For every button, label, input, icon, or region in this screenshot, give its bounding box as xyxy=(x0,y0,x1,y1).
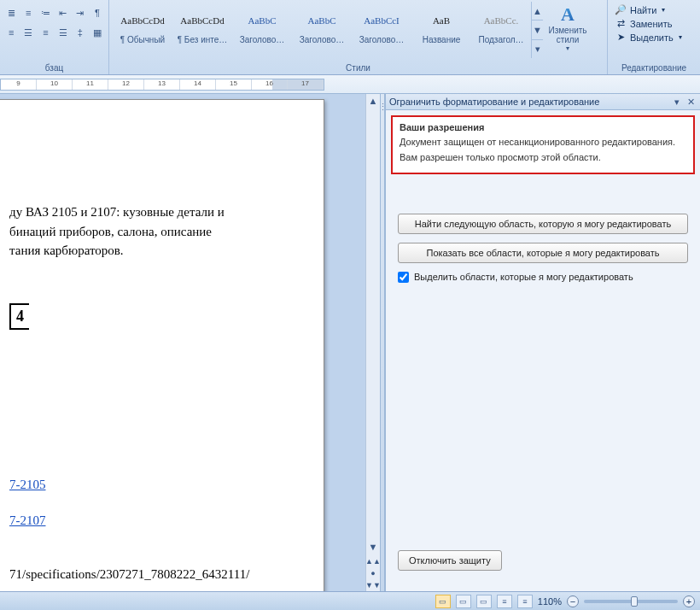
permissions-line1: Документ защищен от несанкционированного… xyxy=(400,136,686,148)
workspace: ду ВАЗ 2105 и 2107: кузовные детали и би… xyxy=(0,94,700,591)
indent-dec-icon[interactable]: ⇤ xyxy=(55,4,71,21)
view-draft-icon[interactable]: ≡ xyxy=(517,595,533,608)
doc-line-3: тания карбюраторов. xyxy=(9,241,298,261)
style-name: Заголово… xyxy=(295,35,349,44)
status-bar: ▭ ▭ ▭ ≡ ≡ 110% − + xyxy=(0,591,700,610)
style-name: Заголово… xyxy=(354,35,409,44)
highlight-regions-checkbox[interactable]: Выделить области, которые я могу редакти… xyxy=(398,272,688,283)
view-print-layout-icon[interactable]: ▭ xyxy=(435,595,451,608)
style-sample: AaBbCcDd xyxy=(115,6,170,35)
gallery-up-icon[interactable]: ▲ xyxy=(532,2,543,21)
justify-icon[interactable]: ☰ xyxy=(55,24,71,41)
pane-body: Найти следующую область, которую я могу … xyxy=(386,179,700,542)
paragraph-row2: ≡ ☰ ≡ ☰ ‡ ▦ xyxy=(3,21,105,41)
find-label: Найти xyxy=(630,5,656,15)
numbering-icon[interactable]: ≡ xyxy=(20,4,36,21)
view-web-icon[interactable]: ▭ xyxy=(476,595,492,608)
group-paragraph: ≣ ≡ ≔ ⇤ ⇥ ¶ ≡ ☰ ≡ ☰ ‡ ▦ бзац xyxy=(0,0,109,74)
bullets-icon[interactable]: ≣ xyxy=(3,4,19,21)
pane-bottom: Отключить защиту xyxy=(386,542,700,591)
style-gallery[interactable]: AaBbCcDd¶ ОбычныйAaBbCcDd¶ Без инте…AaBb… xyxy=(113,2,531,58)
show-marks-icon[interactable]: ¶ xyxy=(90,4,105,21)
group-label-editing: Редактирование xyxy=(611,63,697,74)
find-next-region-button[interactable]: Найти следующую область, которую я могу … xyxy=(398,214,688,234)
binoculars-icon: 🔎 xyxy=(615,4,627,15)
permissions-line2: Вам разрешен только просмотр этой област… xyxy=(400,151,686,163)
document-viewport[interactable]: ду ВАЗ 2105 и 2107: кузовные детали и би… xyxy=(0,94,365,591)
show-all-regions-button[interactable]: Показать все области, которые я могу ред… xyxy=(398,243,688,263)
style-sample: AaBbCcI xyxy=(354,6,409,35)
style-sample: AaB xyxy=(414,6,469,35)
ribbon: ≣ ≡ ≔ ⇤ ⇥ ¶ ≡ ☰ ≡ ☰ ‡ ▦ бзац AaBbCcDd¶ О… xyxy=(0,0,700,75)
browse-object-icon[interactable]: ● xyxy=(366,567,380,579)
grip-icon: ⋮ xyxy=(381,99,384,114)
style-name: Название xyxy=(414,35,469,44)
style-name: Подзагол… xyxy=(474,35,528,44)
highlight-regions-input[interactable] xyxy=(398,272,409,283)
group-editing: 🔎 Найти ▾ ⇄ Заменить ➤ Выделить ▾ Редакт… xyxy=(608,0,700,74)
permissions-heading: Ваши разрешения xyxy=(400,122,686,132)
zoom-in-icon[interactable]: + xyxy=(683,595,695,607)
align-center-icon[interactable]: ☰ xyxy=(20,24,36,41)
stop-protection-button[interactable]: Отключить защиту xyxy=(398,550,502,571)
vertical-scrollbar[interactable]: ▲ ▼ ▲▲ ● ▼▼ xyxy=(365,94,380,591)
pane-close-icon[interactable]: ✕ xyxy=(685,96,697,108)
prev-page-icon[interactable]: ▲▲ xyxy=(366,555,380,567)
shading-icon[interactable]: ▦ xyxy=(90,24,105,41)
doc-url-line: 71/specifications/2307271_7808222_643211… xyxy=(9,565,298,584)
zoom-value[interactable]: 110% xyxy=(538,596,562,607)
ruler-tick: 9 xyxy=(1,79,37,90)
ruler-tick: 17 xyxy=(288,79,324,90)
ruler-tick: 11 xyxy=(73,79,108,90)
restrict-editing-pane: Ограничить форматирование и редактирован… xyxy=(385,94,700,591)
pane-header: Ограничить форматирование и редактирован… xyxy=(386,94,700,110)
style-item[interactable]: AaBbCc.Подзагол… xyxy=(471,2,531,58)
style-item[interactable]: AaBbCЗаголово… xyxy=(292,2,352,58)
pane-title: Ограничить форматирование и редактирован… xyxy=(389,97,599,107)
splitter[interactable]: ⋮ xyxy=(380,94,385,591)
pane-menu-icon[interactable]: ▾ xyxy=(671,96,683,108)
document-page: ду ВАЗ 2105 и 2107: кузовные детали и би… xyxy=(0,99,324,591)
align-left-icon[interactable]: ≡ xyxy=(3,24,19,41)
zoom-out-icon[interactable]: − xyxy=(567,595,579,607)
gallery-more-icon[interactable]: ▾ xyxy=(532,40,543,58)
style-sample: AaBbCc. xyxy=(474,6,528,35)
style-item[interactable]: AaBbCcDd¶ Без инте… xyxy=(172,2,232,58)
doc-link-1[interactable]: 7-2105 xyxy=(9,478,46,491)
replace-icon: ⇄ xyxy=(615,18,627,29)
ruler-tick: 16 xyxy=(252,79,288,90)
ruler-bar: 91011121314151617 xyxy=(0,75,700,94)
paragraph-row1: ≣ ≡ ≔ ⇤ ⇥ ¶ xyxy=(3,2,105,21)
ruler-tick: 13 xyxy=(144,79,180,90)
style-sample: AaBbCcDd xyxy=(175,6,230,35)
doc-line-1: ду ВАЗ 2105 и 2107: кузовные детали и xyxy=(9,202,298,222)
replace-button[interactable]: ⇄ Заменить xyxy=(611,17,697,30)
style-item[interactable]: AaBbCcDd¶ Обычный xyxy=(113,2,172,58)
line-spacing-icon[interactable]: ‡ xyxy=(73,24,88,41)
next-page-icon[interactable]: ▼▼ xyxy=(366,579,380,591)
change-styles-button[interactable]: A Изменить стили ▾ xyxy=(543,2,592,58)
select-label: Выделить xyxy=(630,32,674,43)
indent-inc-icon[interactable]: ⇥ xyxy=(73,4,88,21)
horizontal-ruler[interactable]: 91011121314151617 xyxy=(0,79,324,91)
doc-highlight-char: 4 xyxy=(9,303,29,330)
doc-link-2[interactable]: 7-2107 xyxy=(9,513,46,527)
scroll-down-icon[interactable]: ▼ xyxy=(366,540,380,554)
style-name: ¶ Обычный xyxy=(115,35,170,44)
zoom-slider[interactable] xyxy=(584,600,678,603)
find-button[interactable]: 🔎 Найти ▾ xyxy=(611,3,697,16)
gallery-down-icon[interactable]: ▼ xyxy=(532,21,543,39)
ruler-tick: 15 xyxy=(216,79,252,90)
view-outline-icon[interactable]: ≡ xyxy=(497,595,512,608)
style-item[interactable]: AaBbCЗаголово… xyxy=(232,2,292,58)
replace-label: Заменить xyxy=(630,19,672,29)
style-item[interactable]: AaBНазвание xyxy=(411,2,471,58)
select-button[interactable]: ➤ Выделить ▾ xyxy=(611,31,697,44)
style-item[interactable]: AaBbCcIЗаголово… xyxy=(352,2,411,58)
view-fullscreen-icon[interactable]: ▭ xyxy=(456,595,471,608)
group-styles: AaBbCcDd¶ ОбычныйAaBbCcDd¶ Без инте…AaBb… xyxy=(109,0,608,74)
align-right-icon[interactable]: ≡ xyxy=(38,24,53,41)
multilevel-icon[interactable]: ≔ xyxy=(38,4,53,21)
style-sample: AaBbC xyxy=(295,6,349,35)
group-label-styles: Стили xyxy=(113,63,604,74)
